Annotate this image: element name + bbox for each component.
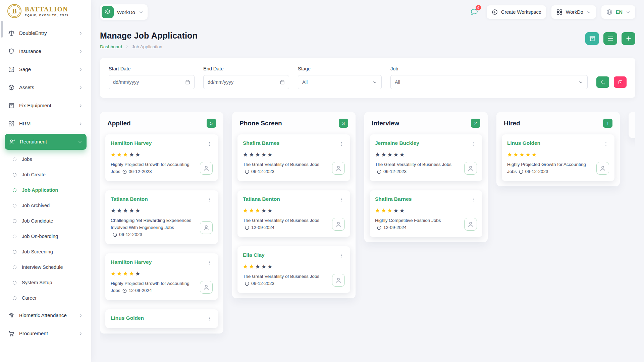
sidebar-subitem-interview-schedule[interactable]: Interview Schedule: [4, 259, 87, 275]
star-icon: ★: [507, 152, 512, 158]
sidebar-item-recruitment[interactable]: Recruitment: [5, 134, 87, 150]
search-button[interactable]: [596, 76, 609, 88]
breadcrumb-dashboard-link[interactable]: Dashboard: [100, 44, 122, 49]
end-date-input[interactable]: dd/mm/yyyy: [203, 75, 289, 89]
globe-icon: [606, 9, 613, 15]
sidebar-item-insurance[interactable]: Insurance: [4, 42, 87, 60]
card-body: The Great Versatility of Business Jobs06…: [243, 161, 345, 175]
circle-icon: [13, 296, 16, 300]
stage-select[interactable]: All: [298, 75, 382, 89]
sidebar-item-hrm[interactable]: HRM: [4, 115, 87, 133]
star-icon: ★: [393, 152, 398, 158]
job-description-text: Challenging Yet Rewarding Experiences In…: [111, 218, 191, 230]
candidate-avatar: [200, 221, 213, 234]
card-menu-button[interactable]: [338, 252, 345, 259]
application-card[interactable]: Tatiana Benton★★★★★Challenging Yet Rewar…: [105, 190, 218, 244]
application-card[interactable]: Tatiana Benton★★★★★The Great Versatility…: [237, 190, 350, 237]
start-date-field: Start Date dd/mm/yyyy: [109, 66, 195, 89]
candidate-name-link[interactable]: Linus Golden: [111, 315, 144, 321]
candidate-avatar: [200, 162, 213, 175]
main-area: WorkDo 0 Create Workspace WorkDo: [91, 0, 644, 362]
candidate-name-link[interactable]: Shafira Barnes: [375, 196, 412, 202]
application-card[interactable]: Jermaine Buckley★★★★★The Great Versatili…: [370, 134, 482, 181]
brand-logo[interactable]: B BATTALION EQUIP, EXECUTE, EXEL: [0, 0, 91, 22]
circle-plus-icon: [491, 9, 498, 15]
card-menu-button[interactable]: [338, 196, 345, 203]
sidebar-subitem-job-archived[interactable]: Job Archived: [4, 198, 87, 213]
chevron-down-icon: [139, 10, 144, 15]
dots-vertical-icon: [471, 197, 476, 202]
star-icon: ★: [375, 152, 380, 158]
messages-button[interactable]: 0: [467, 5, 481, 19]
sidebar-subitem-jobs[interactable]: Jobs: [4, 152, 87, 167]
workdo-menu-button[interactable]: WorkDo: [551, 5, 596, 19]
job-field: Job All: [390, 66, 588, 89]
application-card[interactable]: Shafira Barnes★★★★★The Great Versatility…: [237, 134, 350, 181]
job-description-text: The Great Versatility of Business Jobs: [375, 162, 451, 167]
reset-button[interactable]: [614, 76, 627, 88]
candidate-name-link[interactable]: Tatiana Benton: [243, 196, 280, 202]
application-card[interactable]: Ella Clay★★★★★The Great Versatility of B…: [237, 246, 350, 293]
sidebar-subitem-label: Interview Schedule: [22, 264, 63, 270]
application-card[interactable]: Hamilton Harvey★★★★★Highly Projected Gro…: [105, 134, 218, 181]
sidebar-item-biometric-attendance[interactable]: Biometric Attendance: [4, 306, 87, 324]
list-view-button[interactable]: [603, 32, 617, 45]
applied-date: 12-09-2024: [377, 224, 407, 231]
create-workspace-button[interactable]: Create Workspace: [487, 5, 546, 19]
job-description: The Great Versatility of Business Jobs06…: [243, 161, 329, 175]
application-card[interactable]: Linus Golden: [105, 309, 218, 328]
dots-vertical-icon: [207, 260, 212, 265]
sidebar-subitem-job-on-boarding[interactable]: Job On-boarding: [4, 229, 87, 244]
card-menu-button[interactable]: [470, 140, 477, 147]
sidebar-subitem-job-screening[interactable]: Job Screening: [4, 244, 87, 259]
user-icon: [335, 277, 342, 284]
candidate-name-link[interactable]: Ella Clay: [243, 252, 265, 258]
star-icon: ★: [111, 152, 116, 158]
application-card[interactable]: Linus Golden★★★★★Highly Projected Growth…: [502, 134, 614, 181]
sidebar-item-doubleentry[interactable]: DoubleEntry: [4, 24, 87, 42]
applied-date: 06-12-2023: [112, 231, 142, 238]
card-menu-button[interactable]: [206, 259, 213, 266]
language-selector[interactable]: EN: [601, 5, 635, 19]
card-menu-button[interactable]: [206, 196, 213, 203]
workspace-switcher[interactable]: WorkDo: [100, 4, 148, 20]
job-select[interactable]: All: [390, 75, 588, 89]
application-card[interactable]: Hamilton Harvey★★★★★Highly Projected Gro…: [105, 253, 218, 300]
candidate-name-link[interactable]: Jermaine Buckley: [375, 140, 419, 146]
sidebar-item-sage[interactable]: SSage: [4, 60, 87, 78]
box-icon: [8, 84, 15, 91]
sidebar-item-assets[interactable]: Assets: [4, 78, 87, 97]
sidebar-subitem-job-application[interactable]: Job Application: [4, 182, 87, 198]
card-menu-button[interactable]: [338, 140, 345, 147]
star-icon: ★: [526, 152, 531, 158]
add-application-button[interactable]: [622, 32, 635, 45]
candidate-avatar: [200, 281, 213, 294]
start-date-input[interactable]: dd/mm/yyyy: [109, 75, 195, 89]
sidebar-item-procurement[interactable]: Procurement: [4, 324, 87, 343]
sidebar-item-fix-equipment[interactable]: Fix Equipment: [4, 97, 87, 115]
sidebar-subitem-career[interactable]: Career: [4, 290, 87, 306]
card-menu-button[interactable]: [206, 140, 213, 147]
card-menu-button[interactable]: [206, 315, 213, 322]
candidate-name-link[interactable]: Hamilton Harvey: [111, 259, 152, 265]
candidate-name-link[interactable]: Linus Golden: [507, 140, 540, 146]
card-body: Highly Projected Growth for Accounting J…: [111, 161, 213, 175]
card-menu-button[interactable]: [602, 140, 609, 147]
candidate-name-link[interactable]: Shafira Barnes: [243, 140, 279, 146]
sidebar-subitem-job-create[interactable]: Job Create: [4, 167, 87, 182]
sidebar-subitem-job-candidate[interactable]: Job Candidate: [4, 213, 87, 229]
star-icon: ★: [387, 152, 392, 158]
star-icon: ★: [267, 208, 272, 214]
chevron-right-icon: [78, 313, 83, 318]
card-menu-button[interactable]: [470, 196, 477, 203]
clock-icon: [245, 169, 250, 174]
board-view-button[interactable]: [585, 32, 599, 45]
sidebar-scrollbar[interactable]: [1, 21, 3, 38]
application-card[interactable]: Shafira Barnes★★★★★Highly Competitive Fa…: [370, 190, 482, 237]
applied-date-value: 06-12-2023: [129, 168, 152, 175]
column-header: Hired1: [502, 117, 614, 128]
candidate-name-link[interactable]: Hamilton Harvey: [111, 140, 152, 146]
sidebar-subitem-system-setup[interactable]: System Setup: [4, 275, 87, 290]
star-icon: ★: [243, 208, 248, 214]
candidate-name-link[interactable]: Tatiana Benton: [111, 196, 148, 202]
